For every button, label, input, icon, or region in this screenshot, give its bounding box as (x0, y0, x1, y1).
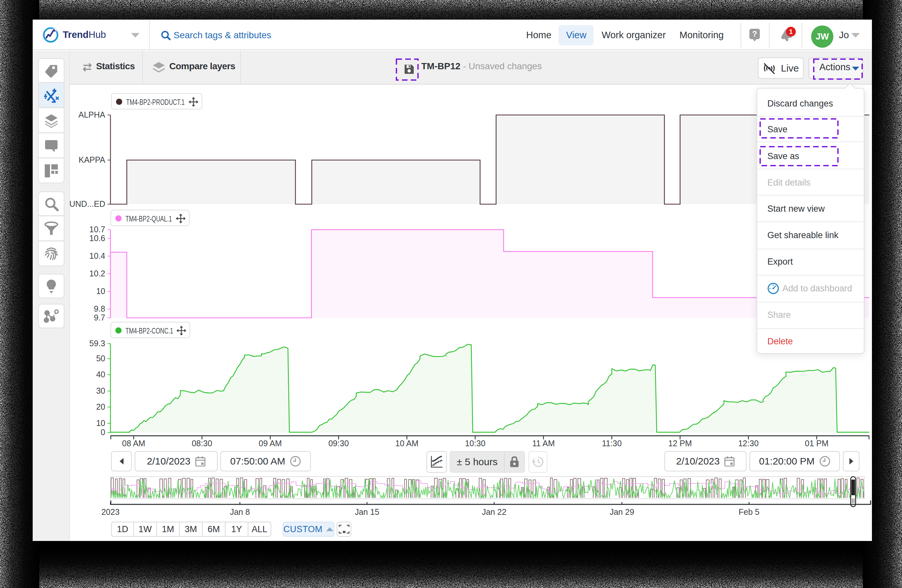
svg-text:50: 50 (96, 354, 105, 363)
svg-text:30: 30 (96, 386, 105, 395)
svg-text:10 AM: 10 AM (395, 439, 419, 448)
svg-text:08:30: 08:30 (192, 439, 213, 448)
svg-text:10.6: 10.6 (89, 233, 105, 243)
svg-text:UND...ED: UND...ED (69, 199, 105, 208)
svg-text:08 AM: 08 AM (122, 439, 146, 448)
svg-text:Jan 22: Jan 22 (482, 507, 506, 516)
svg-text:Jan 15: Jan 15 (355, 507, 379, 516)
svg-text:10.2: 10.2 (89, 269, 105, 278)
svg-text:10.4: 10.4 (89, 251, 105, 260)
svg-text:09:30: 09:30 (329, 439, 349, 448)
svg-text:11:30: 11:30 (602, 439, 622, 448)
svg-text:9.7: 9.7 (94, 313, 105, 322)
svg-text:Jan 29: Jan 29 (609, 507, 634, 516)
svg-text:9.8: 9.8 (94, 304, 105, 313)
svg-text:Feb 5: Feb 5 (739, 507, 759, 516)
svg-text:59.3: 59.3 (89, 339, 105, 348)
svg-text:12:30: 12:30 (738, 439, 759, 448)
svg-text:Jan 8: Jan 8 (230, 507, 250, 516)
svg-text:20: 20 (96, 402, 105, 411)
svg-text:09 AM: 09 AM (259, 439, 282, 448)
svg-text:ALPHA: ALPHA (78, 110, 105, 119)
svg-text:10: 10 (96, 286, 105, 296)
svg-text:01 PM: 01 PM (805, 439, 828, 448)
svg-text:0: 0 (101, 428, 105, 437)
svg-text:KAPPA: KAPPA (78, 155, 105, 164)
svg-text:10: 10 (96, 419, 105, 428)
svg-text:12 PM: 12 PM (668, 439, 692, 448)
svg-text:2023: 2023 (101, 507, 120, 516)
svg-text:40: 40 (96, 370, 105, 379)
svg-text:10:30: 10:30 (465, 439, 485, 448)
svg-text:?: ? (752, 30, 757, 38)
svg-text:10.7: 10.7 (89, 225, 105, 234)
svg-text:11 AM: 11 AM (532, 439, 554, 448)
